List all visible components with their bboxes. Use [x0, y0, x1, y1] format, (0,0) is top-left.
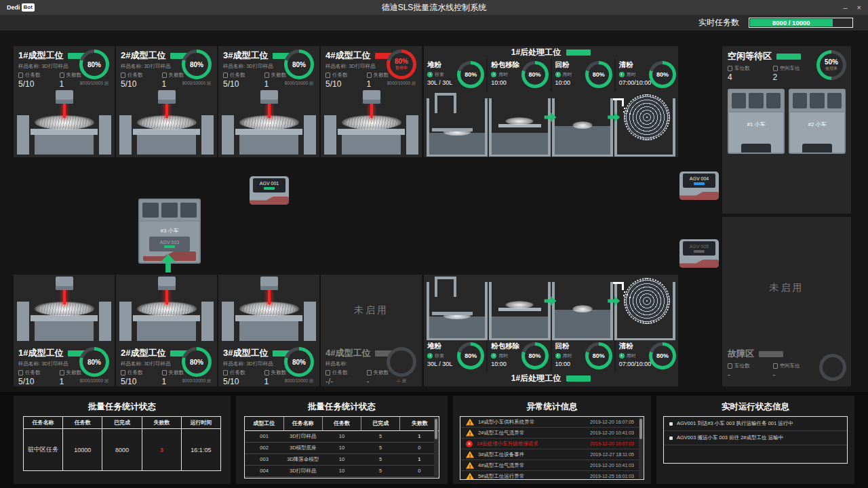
- laser-beam: [165, 289, 168, 304]
- station-field: 任务数 -/-: [326, 369, 348, 386]
- bullet-icon: [669, 422, 673, 426]
- scrollbar[interactable]: [434, 418, 438, 477]
- station-field: 任务数 5/10: [18, 72, 41, 89]
- cart-windows: [140, 200, 199, 222]
- laser-head-icon: [260, 90, 278, 104]
- laser-beam: [63, 289, 66, 304]
- station-info: 3#成型工位 样品名称: 3D打印样品 任务数 5/10 失败数 1 80% 8…: [218, 46, 319, 88]
- panel-batch-summary: 批量任务统计状态 任务名称任务数已完成失败数运行时间 驻中区任务10000800…: [14, 396, 231, 484]
- app-logo: Dedi Bot: [7, 3, 35, 12]
- batch-summary-table: 任务名称任务数已完成失败数运行时间 驻中区任务100008000316:1:05: [23, 416, 221, 471]
- station-info: 2#成型工位 样品名称: 3D打印样品 任务数 5/10 失败数 1 80% 8…: [116, 46, 217, 88]
- column-header: 成型工位: [245, 417, 283, 430]
- sls-printer-graphic: [218, 274, 319, 344]
- agv-label: AGV 003: [160, 240, 179, 245]
- warning-icon: !: [466, 473, 474, 480]
- postprocess-station-top: 1#后处理工位 堆粉 容量 30L / 30L 80% 粉包移除 用时 10:0…: [424, 46, 678, 157]
- layer-progress: -/- 层: [384, 378, 418, 384]
- station-title: 1#成型工位: [18, 49, 63, 62]
- disabled-area: 未启用: [321, 274, 422, 344]
- warning-icon: !: [466, 462, 474, 469]
- alarm-row: × 1#后处理小车升级维保请求 2019-12-20 16:07:03: [460, 439, 644, 449]
- panel-title: 批量任务统计状态: [236, 396, 448, 416]
- alarm-time: 2019-12-20 16:07:03: [590, 441, 634, 446]
- powder-part: [505, 301, 534, 308]
- sls-printer-graphic: [116, 274, 217, 344]
- panel-status-log: 实时运行状态信息 AGV001 到达#3 小车 003 执行运输任务 001 运…: [656, 396, 854, 484]
- alarm-time: 2019-12-20 10:41:03: [590, 430, 634, 435]
- station-title: 2#成型工位: [121, 49, 165, 62]
- scrollbar-thumb[interactable]: [639, 419, 642, 439]
- panel-alarms: 异常统计信息 ! 1#成型小车供料系统异常 2019-12-20 16:07:0…: [453, 396, 651, 484]
- layer-progress: 8000/10000 层: [384, 81, 418, 87]
- alarm-row: ! 5#成型工位运行异常 2019-12-25 16:01:03: [460, 471, 644, 480]
- task-progress-fill: 8000 / 10000: [750, 19, 833, 26]
- laser-beam: [370, 103, 373, 118]
- slot-count-field: 车位数 4: [728, 65, 750, 82]
- postprocess-graphic: [424, 91, 678, 157]
- column-header: 失败数: [400, 417, 439, 430]
- task-progress-bar: 8000 / 10000: [749, 18, 853, 28]
- status-text: AGV003 搬运小车 003 前往 2#成型工位 运输中: [677, 434, 783, 441]
- cart: #1 小车: [728, 89, 785, 154]
- counter-icon: [264, 370, 269, 375]
- substation-粉包移除: 粉包移除 用时 10:00 80%: [486, 340, 550, 372]
- title-bar: Dedi Bot 德迪SLS批量流水线控制系统 – ×: [0, 0, 868, 15]
- clock-icon: [427, 353, 433, 359]
- close-button[interactable]: ×: [857, 0, 861, 15]
- column-header: 已完成: [361, 417, 400, 430]
- counter-icon: [162, 73, 167, 78]
- sls-printer-graphic: [14, 88, 115, 157]
- field-value: 5/10: [18, 377, 41, 386]
- alarm-text: 1#成型小车供料系统异常: [478, 419, 586, 426]
- substation-回粉: 回粉 用时 10:00 80%: [551, 59, 614, 91]
- substation-清粉: 清粉 用时 07:00/10:00 80%: [614, 340, 678, 372]
- counter-icon: [18, 73, 23, 78]
- cart-label: #2 小车: [790, 121, 844, 128]
- station-field: 任务数 5/10: [121, 369, 143, 386]
- laser-beam: [63, 103, 66, 118]
- station-card-bottom-2: 2#成型工位 样品名称: 3D打印样品 任务数 5/10 失败数 1 80% 8…: [116, 274, 217, 386]
- cart-windows: [790, 90, 844, 113]
- station-title: 4#成型工位: [326, 49, 370, 62]
- progress-gauge: 80%: [79, 49, 109, 79]
- laser-head-icon: [158, 90, 176, 104]
- station-card-top-3: 3#成型工位 样品名称: 3D打印样品 任务数 5/10 失败数 1 80% 8…: [218, 46, 319, 157]
- idle-usage-gauge: 50% 使用率: [816, 50, 846, 80]
- disabled-label: 未启用: [321, 274, 422, 317]
- agv-label: AGV 001: [260, 181, 279, 186]
- table-row: 0043D打印样品1050: [245, 465, 439, 476]
- scrollbar[interactable]: [639, 418, 643, 479]
- agv-status-bar: [694, 250, 705, 253]
- warning-icon: !: [466, 430, 474, 436]
- agv-status-bar: [264, 187, 275, 190]
- sls-printer-graphic: [14, 274, 115, 344]
- alarm-text: 4#成型工位气流异常: [478, 462, 586, 469]
- table-row: 0023D模型底座1050: [245, 442, 439, 453]
- agv-005: AGV 005: [679, 239, 719, 268]
- layer-progress: 8000/10000 层: [77, 378, 111, 384]
- clock-icon: [555, 353, 561, 359]
- logo-badge: Bot: [22, 3, 35, 12]
- idle-status-bar: [776, 54, 801, 60]
- counter-icon: [60, 73, 64, 78]
- laser-beam: [268, 289, 271, 304]
- status-log-list: AGV001 到达#3 小车 003 执行运输任务 001 运行中 AGV003…: [663, 416, 848, 464]
- fault-area-title: 故障区: [728, 348, 754, 360]
- minimize-button[interactable]: –: [843, 0, 847, 15]
- field-value: 5/10: [223, 377, 245, 386]
- alarm-time: 2019-12-20 16:07:05: [590, 420, 634, 424]
- scrollbar-thumb[interactable]: [435, 419, 437, 439]
- station-info: 4#成型工位 样品名称: 任务数 -/- 失败数 - -/- 层: [321, 344, 422, 386]
- progress-gauge: 80%: [521, 342, 549, 369]
- cart-3-with-agv-003: #3 小车 AGV 003: [138, 199, 201, 264]
- field-value: 5/10: [121, 79, 143, 89]
- task-count-bar: 实时任务数 8000 / 10000: [0, 15, 868, 30]
- counter-icon: [18, 370, 23, 375]
- progress-gauge: [387, 347, 416, 377]
- counter-icon: [121, 370, 125, 375]
- postprocess-station-bottom: 堆粉 容量 30L / 30L 80% 粉包移除 用时 10:00 80% 回粉…: [424, 274, 678, 386]
- free-slot-field: 空闲车位 2: [773, 65, 800, 82]
- station-info: 3#成型工位 样品名称: 3D打印样品 任务数 5/10 失败数 1 80% 8…: [218, 344, 319, 386]
- substation-堆粉: 堆粉 容量 30L / 30L 80%: [424, 59, 486, 91]
